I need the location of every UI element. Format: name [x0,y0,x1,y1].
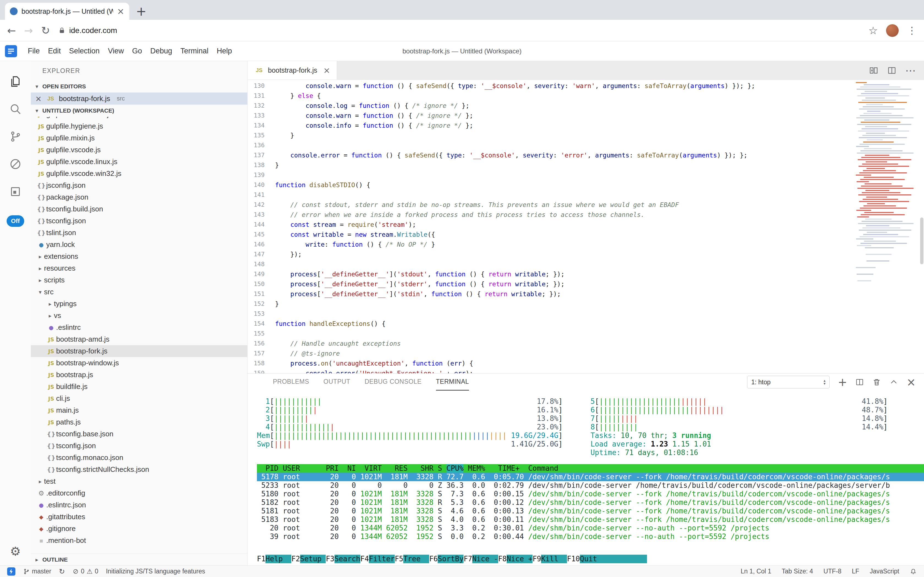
tree-item-tsconfig.json[interactable]: {}tsconfig.json [31,215,247,227]
bookmark-star-icon[interactable]: ☆ [868,24,878,37]
tree-item-jsconfig.json[interactable]: {}jsconfig.json [31,179,247,191]
workspace-header[interactable]: ▾ UNTITLED (WORKSPACE) [31,105,247,117]
htop-fkey-F9[interactable]: F9 [533,555,541,563]
maximize-panel-icon[interactable] [889,378,898,387]
tree-item-.mention-bot[interactable]: ■.mention-bot [31,535,247,546]
settings-gear-icon[interactable]: ⚙ [10,544,21,558]
reload-icon[interactable]: ↻ [41,25,50,36]
tree-item-yarn.lock[interactable]: ●yarn.lock [31,239,247,250]
tree-item-paths.js[interactable]: JSpaths.js [31,416,247,428]
explorer-icon[interactable] [0,68,31,95]
split-editor-icon[interactable] [887,66,897,75]
menu-item-edit[interactable]: Edit [44,47,65,55]
telemetry-off-badge[interactable]: Off [6,215,24,227]
htop-fkey-F7-label[interactable]: Nice - [472,555,498,563]
debug-icon[interactable] [0,150,31,178]
tree-item-tsconfig.monaco.json[interactable]: {}tsconfig.monaco.json [31,452,247,464]
kill-terminal-icon[interactable] [872,378,881,387]
htop-fkey-F6-label[interactable]: SortBy [438,555,463,563]
browser-menu-icon[interactable]: ⋮ [907,25,917,36]
menu-item-view[interactable]: View [104,47,128,55]
search-icon[interactable] [0,95,31,123]
remote-indicator[interactable] [7,567,15,575]
back-icon[interactable]: ← [7,25,16,36]
panel-tab-debug-console[interactable]: DEBUG CONSOLE [365,374,421,391]
tree-item-.gitignore[interactable]: ◆.gitignore [31,523,247,535]
htop-fkey-F10-label[interactable]: Quit [580,555,606,563]
htop-fkey-F5[interactable]: F5 [395,555,403,563]
htop-fkey-F4-label[interactable]: Filter [369,555,395,563]
tree-item-bootstrap-amd.js[interactable]: JSbootstrap-amd.js [31,334,247,345]
tree-item-gulpfile.vscode.win32.js[interactable]: JSgulpfile.vscode.win32.js [31,168,247,179]
tab-size[interactable]: Tab Size: 4 [782,567,813,575]
htop-fkey-F7[interactable]: F7 [463,555,472,563]
htop-fkey-F2-label[interactable]: Setup [300,555,326,563]
htop-fkey-F10[interactable]: F10 [567,555,580,563]
htop-fkey-F6[interactable]: F6 [429,555,438,563]
git-branch-status[interactable]: master [23,567,51,575]
htop-fkey-F5-label[interactable]: Tree [403,555,429,563]
tree-item-bootstrap.js[interactable]: JSbootstrap.js [31,369,247,381]
terminal[interactable]: 1[|||||||||||17.8%]2[||||||||||16.1%]3[|… [247,391,924,566]
htop-fkey-F3[interactable]: F3 [326,555,334,563]
menu-item-help[interactable]: Help [213,47,236,55]
htop-fkey-F9-label[interactable]: Kill [541,555,567,563]
tree-item-gulpfile.vscode.js[interactable]: JSgulpfile.vscode.js [31,144,247,156]
tree-item-tsconfig.base.json[interactable]: {}tsconfig.base.json [31,428,247,440]
tree-item-.gitattributes[interactable]: ◆.gitattributes [31,511,247,523]
tree-item-gulpfile.vscode.linux.js[interactable]: JSgulpfile.vscode.linux.js [31,156,247,168]
tree-item-buildfile.js[interactable]: JSbuildfile.js [31,381,247,393]
tree-item-tsconfig.build.json[interactable]: {}tsconfig.build.json [31,203,247,215]
tree-item-tslint.json[interactable]: {}tslint.json [31,227,247,239]
tab-close-icon[interactable]: × [323,66,330,75]
cursor-position[interactable]: Ln 1, Col 1 [741,567,771,575]
tree-item-typings[interactable]: ▸typings [31,298,247,310]
menu-item-debug[interactable]: Debug [146,47,176,55]
tree-item-scripts[interactable]: ▸scripts [31,274,247,286]
language-mode[interactable]: JavaScript [870,567,899,575]
minimap[interactable] [855,82,918,373]
tree-item-bootstrap-fork.js[interactable]: JSbootstrap-fork.js [31,345,247,357]
editor-scrollbar[interactable] [920,218,924,264]
tree-item-.eslintrc[interactable]: ●.eslintrc [31,322,247,334]
htop-fkey-F1[interactable]: F1 [257,555,265,563]
tree-item-extensions[interactable]: ▸extensions [31,250,247,262]
tree-item-tsconfig.strictNullChecks.json[interactable]: {}tsconfig.strictNullChecks.json [31,464,247,475]
panel-tab-output[interactable]: OUTPUT [323,374,350,391]
address-bar[interactable]: ide.coder.com [58,26,860,35]
open-changes-icon[interactable] [869,66,878,75]
open-editors-header[interactable]: ▾ OPEN EDITORS [31,81,247,92]
sync-icon[interactable]: ↻ [59,567,65,575]
terminal-select[interactable]: 1: htop ▴▾ [747,376,830,388]
tree-item-main.js[interactable]: JSmain.js [31,405,247,416]
split-terminal-icon[interactable] [855,378,864,387]
source-control-icon[interactable] [0,123,31,150]
notifications-bell-icon[interactable] [910,568,917,575]
htop-fkey-F2[interactable]: F2 [291,555,300,563]
problems-status[interactable]: 0 ⚠ 0 [72,567,98,575]
forward-icon[interactable]: → [24,25,33,36]
tree-item-gulpfile.mixin.js[interactable]: JSgulpfile.mixin.js [31,132,247,144]
menu-item-terminal[interactable]: Terminal [176,47,213,55]
menu-item-selection[interactable]: Selection [65,47,104,55]
panel-tab-problems[interactable]: PROBLEMS [273,374,309,391]
tree-item-cli.js[interactable]: JScli.js [31,393,247,405]
eol[interactable]: LF [852,567,859,575]
extensions-icon[interactable] [0,178,31,205]
url-text[interactable]: ide.coder.com [69,26,117,35]
editor-tab[interactable]: JS bootstrap-fork.js × [247,61,337,79]
htop-fkey-F4[interactable]: F4 [360,555,369,563]
encoding[interactable]: UTF-8 [824,567,842,575]
outline-header[interactable]: ▸ OUTLINE [31,553,247,566]
tree-item-bootstrap-window.js[interactable]: JSbootstrap-window.js [31,357,247,369]
htop-fkey-F3-label[interactable]: Search [334,555,360,563]
tree-item-tsconfig.json[interactable]: {}tsconfig.json [31,440,247,452]
browser-tab[interactable]: bootstrap-fork.js — Untitled (W × [5,3,129,20]
htop-fkey-F8-label[interactable]: Nice + [507,555,533,563]
new-terminal-icon[interactable]: + [838,377,847,388]
tab-close-icon[interactable]: × [117,6,124,16]
menu-item-go[interactable]: Go [128,47,146,55]
tree-item-package.json[interactable]: {}package.json [31,191,247,203]
tree-item-test[interactable]: ▸test [31,475,247,487]
open-editor-item[interactable]: × JS bootstrap-fork.js src [31,92,247,105]
